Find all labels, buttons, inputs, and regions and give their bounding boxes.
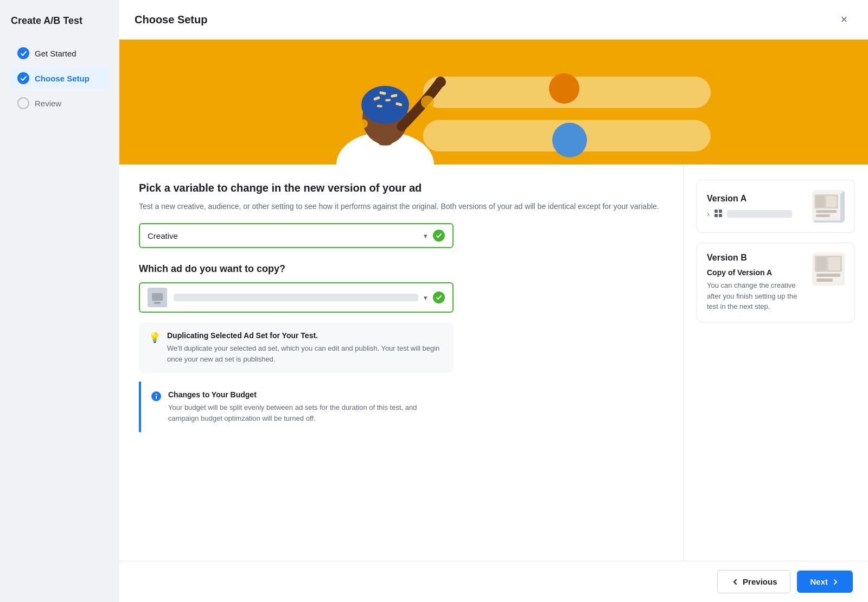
pick-variable-title: Pick a variable to change in the new ver… (139, 182, 663, 194)
ad-picker-right: ▾ (424, 292, 445, 303)
dropdown-right: ▾ (424, 230, 445, 242)
svg-point-23 (156, 394, 157, 395)
svg-rect-22 (156, 396, 157, 399)
version-a-row: › (707, 209, 806, 219)
content-area: Pick a variable to change in the new ver… (119, 164, 868, 561)
main-content: Choose Setup × (119, 0, 868, 602)
sidebar: Create A/B Test Get Started Choose Setup… (0, 0, 119, 602)
budget-content: Changes to Your Budget Your budget will … (168, 390, 444, 423)
svg-rect-20 (154, 302, 161, 304)
ad-picker[interactable]: ▾ (139, 282, 454, 313)
svg-point-17 (421, 96, 434, 109)
svg-rect-37 (816, 278, 833, 282)
sidebar-item-get-started[interactable]: Get Started (11, 42, 108, 65)
svg-point-4 (552, 123, 587, 157)
circle-icon-review (17, 97, 29, 109)
dropdown-arrow-icon: ▾ (424, 232, 427, 240)
next-label: Next (810, 577, 828, 586)
duplicate-desc: We'll duplicate your selected ad set, wh… (167, 343, 444, 364)
version-a-title: Version A (707, 194, 806, 204)
svg-rect-31 (816, 214, 830, 217)
version-b-subtitle: Copy of Version A (707, 268, 806, 277)
budget-title: Changes to Your Budget (168, 390, 444, 399)
footer: Previous Next (119, 561, 868, 602)
version-b-thumbnail (812, 253, 845, 286)
ad-picker-check-icon (433, 292, 445, 303)
hero-banner (119, 40, 868, 164)
svg-rect-27 (719, 214, 722, 217)
svg-rect-24 (714, 210, 718, 213)
variable-dropdown-value: Creative (148, 231, 178, 240)
variable-dropdown-wrapper: Creative ▾ (139, 223, 663, 248)
version-a-card: Version A › (697, 180, 855, 233)
svg-rect-38 (828, 257, 840, 270)
version-b-main: Version B Copy of Version A You can chan… (707, 253, 806, 312)
dropdown-check-icon (433, 230, 445, 242)
version-a-main: Version A › (707, 194, 806, 219)
svg-rect-19 (152, 293, 163, 301)
which-ad-title: Which ad do you want to copy? (139, 263, 663, 275)
chevron-right-icon (831, 578, 840, 586)
version-a-chevron-icon[interactable]: › (707, 210, 710, 218)
svg-point-16 (359, 119, 368, 128)
version-a-thumbnail (812, 190, 845, 223)
ad-picker-arrow-icon: ▾ (424, 294, 427, 302)
info-circle-icon (151, 391, 162, 423)
lightbulb-icon: 💡 (149, 332, 161, 364)
sidebar-item-label-review: Review (35, 99, 61, 108)
version-b-desc: You can change the creative after you fi… (707, 280, 806, 312)
svg-rect-39 (816, 257, 826, 270)
budget-desc: Your budget will be split evenly between… (168, 402, 444, 423)
svg-rect-26 (714, 214, 718, 217)
pick-variable-desc: Test a new creative, audience, or other … (139, 201, 663, 212)
header-title: Choose Setup (135, 14, 207, 26)
variable-dropdown[interactable]: Creative ▾ (139, 223, 454, 248)
svg-point-15 (435, 77, 446, 87)
previous-label: Previous (743, 577, 777, 586)
ad-picker-name-bar (174, 294, 418, 301)
svg-rect-25 (719, 210, 722, 213)
sidebar-item-label-choose-setup: Choose Setup (35, 74, 90, 83)
sidebar-title: Create A/B Test (11, 15, 108, 27)
chevron-left-icon (731, 578, 739, 586)
sidebar-item-label-get-started: Get Started (35, 49, 76, 58)
next-button[interactable]: Next (797, 571, 853, 593)
ad-picker-thumbnail (148, 288, 167, 307)
sidebar-item-review[interactable]: Review (11, 92, 108, 115)
right-panel: Version A › (684, 164, 868, 561)
check-icon-get-started (17, 47, 29, 59)
svg-rect-30 (816, 210, 837, 213)
svg-point-3 (549, 73, 579, 104)
version-a-name-bar (727, 210, 792, 218)
info-box-content: Duplicating Selected Ad Set for Your Tes… (167, 331, 444, 364)
svg-rect-32 (826, 196, 837, 207)
duplicate-info-box: 💡 Duplicating Selected Ad Set for Your T… (139, 322, 454, 373)
budget-box: Changes to Your Budget Your budget will … (139, 382, 454, 432)
check-icon-choose-setup (17, 72, 29, 84)
version-b-card: Version B Copy of Version A You can chan… (697, 243, 855, 322)
previous-button[interactable]: Previous (717, 570, 790, 593)
duplicate-title: Duplicating Selected Ad Set for Your Tes… (167, 331, 444, 340)
svg-rect-36 (816, 274, 840, 277)
svg-rect-33 (816, 196, 825, 207)
sidebar-item-choose-setup[interactable]: Choose Setup (11, 67, 108, 90)
close-button[interactable]: × (835, 11, 853, 28)
version-b-title: Version B (707, 253, 806, 263)
left-panel: Pick a variable to change in the new ver… (119, 164, 684, 561)
header: Choose Setup × (119, 0, 868, 40)
version-a-grid-icon (714, 209, 723, 219)
